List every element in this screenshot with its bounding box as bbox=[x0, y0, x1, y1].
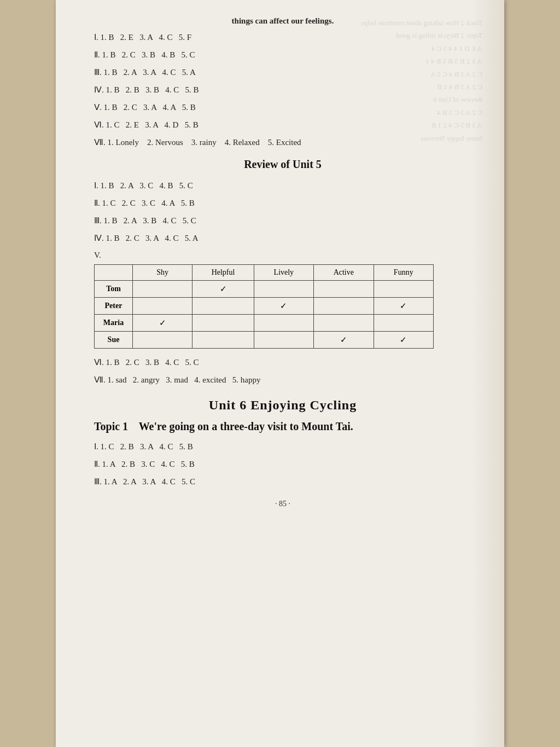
answer-row-1: Ⅰ. 1. B 2. E 3. A 4. C 5. F bbox=[94, 29, 471, 45]
intro-line: things can affect our feelings. bbox=[94, 16, 471, 26]
maria-helpful bbox=[192, 315, 254, 332]
topic1-heading: Topic 1 We're going on a three-day visit… bbox=[94, 420, 471, 433]
review-unit5-heading: Review of Unit 5 bbox=[94, 158, 471, 171]
after-row-vi: Ⅵ. 1. B 2. C 3. B 4. C 5. C bbox=[94, 354, 471, 370]
answer-row-4: Ⅳ. 1. B 2. B 3. B 4. C 5. B bbox=[94, 82, 471, 98]
col-shy: Shy bbox=[133, 265, 192, 281]
tom-funny bbox=[374, 281, 433, 298]
col-lively: Lively bbox=[254, 265, 313, 281]
sue-active: ✓ bbox=[314, 332, 374, 349]
answer-row-5: Ⅴ. 1. B 2. C 3. A 4. A 5. B bbox=[94, 99, 471, 115]
p2-answer-row-4: Ⅳ. 1. B 2. C 3. A 4. C 5. A bbox=[94, 230, 471, 246]
maria-lively bbox=[254, 315, 313, 332]
sue-funny: ✓ bbox=[374, 332, 433, 349]
table-corner bbox=[95, 265, 133, 281]
v-section-label: V. bbox=[94, 251, 471, 260]
table-row-peter: Peter ✓ ✓ bbox=[95, 298, 434, 315]
maria-shy: ✓ bbox=[133, 315, 192, 332]
answer-row-7: Ⅶ. 1. Lonely 2. Nervous 3. rainy 4. Rela… bbox=[94, 134, 471, 150]
unit6-heading: Unit 6 Enjoying Cycling bbox=[94, 398, 471, 413]
character-table: Shy Helpful Lively Active Funny Tom ✓ bbox=[94, 264, 434, 349]
col-helpful: Helpful bbox=[192, 265, 254, 281]
row-name-sue: Sue bbox=[95, 332, 133, 349]
answer-row-2: Ⅱ. 1. B 2. C 3. B 4. B 5. C bbox=[94, 47, 471, 63]
peter-shy bbox=[133, 298, 192, 315]
after-table-answers: Ⅵ. 1. B 2. C 3. B 4. C 5. C Ⅶ. 1. sad 2.… bbox=[94, 354, 471, 388]
peter-funny: ✓ bbox=[374, 298, 433, 315]
table-row-maria: Maria ✓ bbox=[95, 315, 434, 332]
peter-lively: ✓ bbox=[254, 298, 313, 315]
t1-row-2: Ⅱ. 1. A 2. B 3. C 4. C 5. B bbox=[94, 456, 471, 472]
after-row-vii: Ⅶ. 1. sad 2. angry 3. mad 4. excited 5. … bbox=[94, 372, 471, 388]
t1-row-3: Ⅲ. 1. A 2. A 3. A 4. C 5. C bbox=[94, 473, 471, 490]
table-container: Shy Helpful Lively Active Funny Tom ✓ bbox=[94, 264, 471, 349]
answer-row-3: Ⅲ. 1. B 2. A 3. A 4. C 5. A bbox=[94, 64, 471, 80]
tom-helpful: ✓ bbox=[192, 281, 254, 298]
peter-active bbox=[314, 298, 374, 315]
unit5-top-answers: Ⅰ. 1. B 2. E 3. A 4. C 5. F Ⅱ. 1. B 2. C… bbox=[94, 29, 471, 150]
col-funny: Funny bbox=[374, 265, 433, 281]
answer-row-6: Ⅵ. 1. C 2. E 3. A 4. D 5. B bbox=[94, 117, 471, 133]
table-row-tom: Tom ✓ bbox=[95, 281, 434, 298]
peter-helpful bbox=[192, 298, 254, 315]
tom-shy bbox=[133, 281, 192, 298]
p2-answer-row-2: Ⅱ. 1. C 2. C 3. C 4. A 5. B bbox=[94, 195, 471, 211]
row-name-tom: Tom bbox=[95, 281, 133, 298]
tom-active bbox=[314, 281, 374, 298]
maria-funny bbox=[374, 315, 433, 332]
topic1-label: Topic 1 bbox=[94, 420, 128, 432]
topic1-text: We're going on a three-day visit to Moun… bbox=[139, 420, 353, 432]
sue-shy bbox=[133, 332, 192, 349]
page-number: · 85 · bbox=[94, 500, 471, 508]
sue-helpful bbox=[192, 332, 254, 349]
row-name-maria: Maria bbox=[95, 315, 133, 332]
p2-answer-row-1: Ⅰ. 1. B 2. A 3. C 4. B 5. C bbox=[94, 177, 471, 194]
maria-active bbox=[314, 315, 374, 332]
p2-answer-row-3: Ⅲ. 1. B 2. A 3. B 4. C 5. C bbox=[94, 212, 471, 229]
col-active: Active bbox=[314, 265, 374, 281]
table-header-row: Shy Helpful Lively Active Funny bbox=[95, 265, 434, 281]
tom-lively bbox=[254, 281, 313, 298]
t1-row-1: Ⅰ. 1. C 2. B 3. A 4. C 5. B bbox=[94, 438, 471, 455]
row-name-peter: Peter bbox=[95, 298, 133, 315]
sue-lively bbox=[254, 332, 313, 349]
topic1-answers: Ⅰ. 1. C 2. B 3. A 4. C 5. B Ⅱ. 1. A 2. B… bbox=[94, 438, 471, 490]
unit5-part2-answers: Ⅰ. 1. B 2. A 3. C 4. B 5. C Ⅱ. 1. C 2. C… bbox=[94, 177, 471, 246]
table-row-sue: Sue ✓ ✓ bbox=[95, 332, 434, 349]
